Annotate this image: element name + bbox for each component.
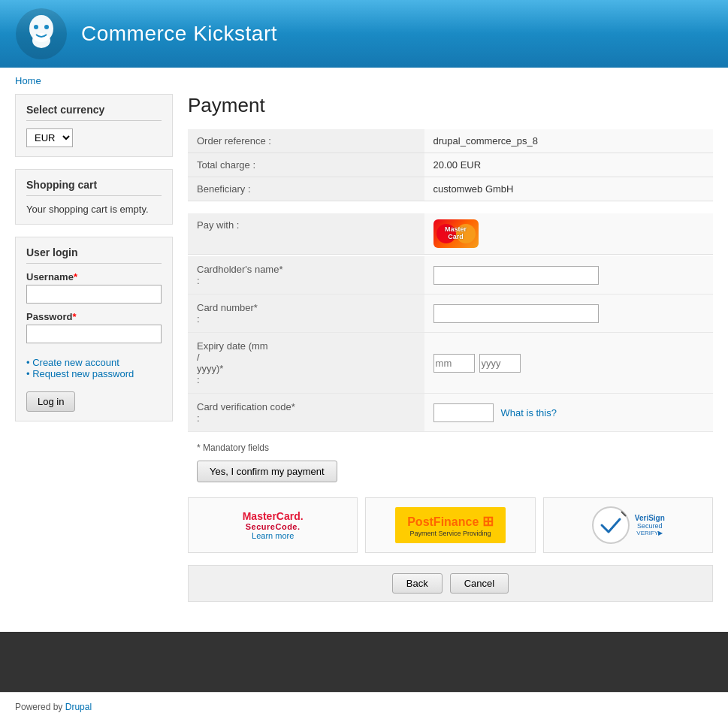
payment-section: Payment Order reference : drupal_commerc… xyxy=(188,94,713,602)
username-input[interactable] xyxy=(26,285,162,304)
username-label: Username* xyxy=(26,271,162,282)
mc-secure-brand: MasterCard. xyxy=(243,510,304,522)
mandatory-note: * Mandatory fields xyxy=(188,443,713,453)
password-label: Password* xyxy=(26,311,162,322)
order-info-table: Order reference : drupal_commerce_ps_8 T… xyxy=(188,129,713,201)
verisign-name: VeriSign xyxy=(635,514,665,522)
expiry-month-input[interactable] xyxy=(433,354,475,373)
user-login-title: User login xyxy=(26,246,162,264)
pay-with-value: MasterCard xyxy=(424,213,713,255)
postfinance-box: PostFinance ⊞ Payment Service Providing xyxy=(365,497,535,553)
mastercard-badge: MasterCard xyxy=(433,219,479,248)
cvv-row: Card verification code*: What is this? xyxy=(188,394,713,432)
request-password-item: Request new password xyxy=(26,368,162,379)
verisign-circle-svg xyxy=(591,506,630,545)
footer-dark xyxy=(0,632,728,692)
payment-title: Payment xyxy=(188,94,713,117)
site-logo xyxy=(15,8,68,60)
postfinance-name: PostFinance ⊞ xyxy=(407,513,494,530)
currency-select-wrapper: EUR USD GBP xyxy=(26,128,162,147)
verisign-logo: VeriSign Secured VERIFY▶ xyxy=(591,506,665,545)
user-login-block: User login Username* Password* Create ne… xyxy=(15,237,173,421)
what-is-this-link[interactable]: What is this? xyxy=(501,407,557,418)
password-required-marker: * xyxy=(72,311,76,322)
mc-learn-more-link[interactable]: Learn more xyxy=(243,531,304,540)
total-charge-row: Total charge : 20.00 EUR xyxy=(188,153,713,177)
user-login-links: Create new account Request new password xyxy=(26,357,162,379)
beneficiary-label: Beneficiary : xyxy=(188,177,424,201)
cardholder-input[interactable] xyxy=(433,266,599,285)
create-account-link[interactable]: Create new account xyxy=(32,357,119,368)
svg-point-4 xyxy=(44,25,49,29)
back-button[interactable]: Back xyxy=(392,573,443,594)
mastercard-securecode-box: MasterCard. SecureCode. Learn more xyxy=(188,497,358,553)
svg-point-2 xyxy=(32,33,50,48)
order-reference-value: drupal_commerce_ps_8 xyxy=(424,129,713,153)
pay-with-row: Pay with : MasterCard xyxy=(188,213,713,255)
verisign-text-block: VeriSign Secured VERIFY▶ xyxy=(635,514,665,536)
order-reference-label: Order reference : xyxy=(188,129,424,153)
expiry-year-input[interactable] xyxy=(479,354,521,373)
nav-buttons: Back Cancel xyxy=(188,565,713,602)
card-number-row: Card number*: xyxy=(188,295,713,333)
drupal-link[interactable]: Drupal xyxy=(65,702,92,712)
total-charge-value: 20.00 EUR xyxy=(424,153,713,177)
total-charge-label: Total charge : xyxy=(188,153,424,177)
postfinance-logo: PostFinance ⊞ Payment Service Providing xyxy=(395,507,506,543)
confirm-payment-button[interactable]: Yes, I confirm my payment xyxy=(197,461,337,482)
breadcrumb-home-link[interactable]: Home xyxy=(15,75,41,86)
cardholder-row: Cardholder's name*: xyxy=(188,256,713,295)
main-content: Select currency EUR USD GBP Shopping car… xyxy=(0,94,728,617)
expiry-label: Expiry date (mm/yyyy)*: xyxy=(188,333,424,394)
verisign-inner: VeriSign Secured VERIFY▶ xyxy=(591,506,665,545)
cardholder-label: Cardholder's name*: xyxy=(188,256,424,295)
trust-logos: MasterCard. SecureCode. Learn more PostF… xyxy=(188,497,713,553)
postfinance-sub: Payment Service Providing xyxy=(407,530,494,537)
password-input[interactable] xyxy=(26,325,162,343)
site-title: Commerce Kickstart xyxy=(81,22,277,46)
card-number-field-cell xyxy=(424,295,713,333)
mastercard-securecode-logo: MasterCard. SecureCode. Learn more xyxy=(243,510,304,540)
verisign-secured: Secured xyxy=(635,522,665,530)
order-reference-row: Order reference : drupal_commerce_ps_8 xyxy=(188,129,713,153)
beneficiary-value: customweb GmbH xyxy=(424,177,713,201)
currency-block: Select currency EUR USD GBP xyxy=(15,94,173,157)
verisign-circle-wrapper xyxy=(591,506,630,545)
mc-brand-red: MasterCard. xyxy=(243,510,304,522)
mc-secure-code-text: SecureCode. xyxy=(243,522,304,531)
create-account-item: Create new account xyxy=(26,357,162,368)
footer: Powered by Drupal xyxy=(0,692,728,721)
cancel-button[interactable]: Cancel xyxy=(450,573,509,594)
verisign-box: VeriSign Secured VERIFY▶ xyxy=(543,497,713,553)
svg-point-5 xyxy=(593,507,629,543)
cardholder-field-cell xyxy=(424,256,713,295)
card-number-label: Card number*: xyxy=(188,295,424,333)
cvv-field-cell: What is this? xyxy=(424,394,713,432)
cvv-row-wrapper: What is this? xyxy=(433,403,704,422)
expiry-inputs-wrapper xyxy=(433,354,704,373)
pay-with-table: Pay with : MasterCard xyxy=(188,213,713,255)
postfinance-icon: ⊞ xyxy=(482,514,494,529)
login-button[interactable]: Log in xyxy=(26,391,75,412)
request-password-link[interactable]: Request new password xyxy=(32,368,134,379)
expiry-field-cell xyxy=(424,333,713,394)
card-number-input[interactable] xyxy=(433,304,599,323)
site-header: Commerce Kickstart xyxy=(0,0,728,68)
expiry-row: Expiry date (mm/yyyy)*: xyxy=(188,333,713,394)
shopping-cart-title: Shopping cart xyxy=(26,179,162,196)
cart-empty-message: Your shopping cart is empty. xyxy=(26,204,162,215)
shopping-cart-block: Shopping cart Your shopping cart is empt… xyxy=(15,169,173,225)
beneficiary-row: Beneficiary : customweb GmbH xyxy=(188,177,713,201)
breadcrumb: Home xyxy=(0,68,728,94)
pay-with-label: Pay with : xyxy=(188,213,424,255)
cvv-input[interactable] xyxy=(433,403,494,422)
verisign-verify: VERIFY▶ xyxy=(635,530,665,536)
currency-block-title: Select currency xyxy=(26,104,162,121)
cvv-label: Card verification code*: xyxy=(188,394,424,432)
currency-select[interactable]: EUR USD GBP xyxy=(26,128,73,147)
card-form-table: Cardholder's name*: Card number*: Expiry… xyxy=(188,256,713,432)
mastercard-label: MasterCard xyxy=(445,226,467,241)
svg-point-3 xyxy=(34,25,38,29)
sidebar: Select currency EUR USD GBP Shopping car… xyxy=(15,94,173,433)
username-required-marker: * xyxy=(74,271,77,282)
